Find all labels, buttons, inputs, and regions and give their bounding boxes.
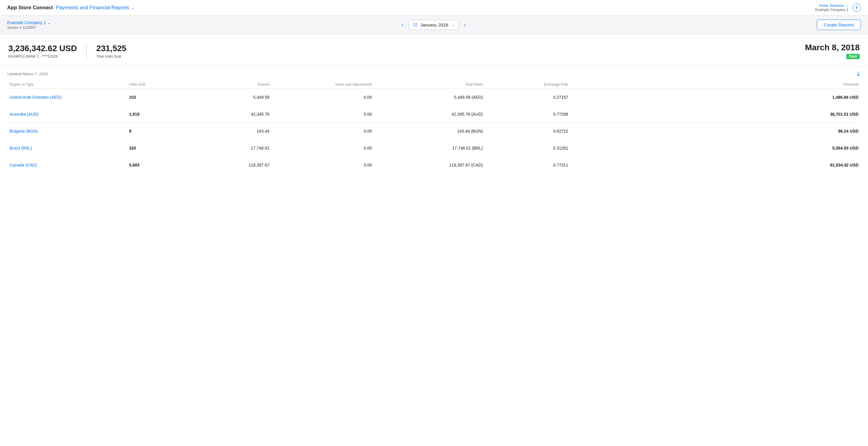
proceeds-cell: 1,486.66 USD	[775, 89, 861, 106]
total-owed-cell: 118,397.67 (CAD)	[374, 157, 485, 174]
bank-info: EXAMPLE BANK 1 - ****52329	[8, 55, 77, 59]
proceeds-cell: 96.24 USD	[775, 123, 861, 140]
col-header-spacer	[570, 80, 775, 89]
proceeds-cell: 36,701.51 USD	[775, 106, 861, 123]
top-nav-left: App Store Connect Payments and Financial…	[7, 5, 134, 11]
user-name[interactable]: Anne Johnson ⌄	[815, 3, 848, 8]
spacer-cell	[570, 123, 775, 140]
units-number: 231,525	[96, 44, 126, 53]
calendar-grid-icon: ☷	[413, 22, 417, 28]
summary-right: March 8, 2018 Paid	[805, 43, 860, 59]
units-sold: 231,525 Total Units Sold	[96, 44, 126, 59]
create-reports-button[interactable]: Create Reports	[817, 20, 861, 30]
vendor-number: Vendor # 1234567	[7, 26, 51, 30]
date-chevron-icon: ⌄	[451, 23, 454, 27]
region-cell[interactable]: Australia (AUD)	[7, 106, 127, 123]
col-header-earned: Earned	[195, 80, 272, 89]
summary-section: 3,236,342.62 USD EXAMPLE BANK 1 - ****52…	[0, 34, 868, 66]
table-row: United Arab Emirates (AED) 103 5,449.58 …	[7, 89, 861, 106]
prev-date-button[interactable]: ‹	[399, 21, 406, 29]
units-label: Total Units Sold	[96, 55, 126, 59]
col-header-owed: Total Owed	[374, 80, 485, 89]
spacer-cell	[570, 89, 775, 106]
exchange-rate-cell: 0.31281	[485, 140, 570, 157]
col-header-region: Region or Type	[7, 80, 127, 89]
earned-cell: 42,345.76	[195, 106, 272, 123]
units-cell: 9	[127, 123, 195, 140]
units-cell: 5,683	[127, 157, 195, 174]
sub-header: Example Company 1 ⌄ Vendor # 1234567 ‹ ☷…	[0, 15, 868, 34]
total-owed-cell: 143.44 (BGN)	[374, 123, 485, 140]
region-cell[interactable]: Canada (CAD)	[7, 157, 127, 174]
col-header-taxes: Taxes and Adjustments	[272, 80, 374, 89]
table-row: Canada (CAD) 5,683 118,397.67 0.00 118,3…	[7, 157, 861, 174]
taxes-cell: 0.00	[272, 106, 374, 123]
table-header-row: Region or Type Units Sold Earned Taxes a…	[7, 80, 861, 89]
user-info: Anne Johnson ⌄ Example Company 1	[815, 3, 848, 12]
company-chevron-icon: ⌄	[47, 20, 51, 25]
col-header-proceeds: Proceeds	[775, 80, 861, 89]
section-title[interactable]: Payments and Financial Reports ⌄	[56, 5, 134, 11]
payment-amount: 3,236,342.62 USD EXAMPLE BANK 1 - ****52…	[8, 44, 87, 59]
table-section: Updated March 7, 2018 ⤓ Region or Type U…	[0, 66, 868, 174]
total-owed-cell: 42,345.76 (AUD)	[374, 106, 485, 123]
taxes-cell: 0.00	[272, 140, 374, 157]
taxes-cell: 0.00	[272, 89, 374, 106]
user-chevron-icon: ⌄	[845, 3, 848, 8]
payment-amount-value: 3,236,342.62 USD	[8, 44, 77, 53]
table-meta: Updated March 7, 2018 ⤓	[7, 66, 861, 80]
region-cell[interactable]: United Arab Emirates (AED)	[7, 89, 127, 106]
taxes-cell: 0.00	[272, 157, 374, 174]
top-nav-right: Anne Johnson ⌄ Example Company 1 ?	[815, 3, 861, 12]
table-row: Brazil (BRL) 320 17,748.01 0.00 17,748.0…	[7, 140, 861, 157]
top-nav: App Store Connect Payments and Financial…	[0, 0, 868, 15]
col-header-rate: Exchange Rate	[485, 80, 570, 89]
total-owed-cell: 5,449.58 (AED)	[374, 89, 485, 106]
units-cell: 103	[127, 89, 195, 106]
date-selector[interactable]: ☷ January, 2018 ⌄	[409, 20, 459, 30]
units-cell: 320	[127, 140, 195, 157]
proceeds-cell: 5,564.93 USD	[775, 140, 861, 157]
earned-cell: 5,449.58	[195, 89, 272, 106]
section-chevron-icon: ⌄	[131, 6, 134, 10]
download-icon[interactable]: ⤓	[856, 70, 861, 77]
exchange-rate-cell: 0.77311	[485, 157, 570, 174]
user-company: Example Company 1	[815, 8, 848, 12]
earned-cell: 143.44	[195, 123, 272, 140]
earned-cell: 17,748.01	[195, 140, 272, 157]
paid-badge: Paid	[846, 54, 860, 59]
app-title: App Store Connect	[7, 5, 53, 11]
col-header-units: Units Sold	[127, 80, 195, 89]
spacer-cell	[570, 157, 775, 174]
region-cell[interactable]: Brazil (BRL)	[7, 140, 127, 157]
table-row: Bulgaria (BGN) 9 143.44 0.00 143.44 (BGN…	[7, 123, 861, 140]
data-table: Region or Type Units Sold Earned Taxes a…	[7, 80, 861, 174]
exchange-rate-cell: 0.62722	[485, 123, 570, 140]
units-cell: 1,919	[127, 106, 195, 123]
updated-text: Updated March 7, 2018	[7, 72, 48, 76]
summary-left: 3,236,342.62 USD EXAMPLE BANK 1 - ****52…	[8, 44, 126, 59]
spacer-cell	[570, 106, 775, 123]
exchange-rate-cell: 0.77298	[485, 106, 570, 123]
next-date-button[interactable]: ›	[462, 21, 468, 29]
vendor-info: Example Company 1 ⌄ Vendor # 1234567	[7, 20, 51, 30]
date-nav: ‹ ☷ January, 2018 ⌄ ›	[399, 20, 468, 30]
table-row: Australia (AUD) 1,919 42,345.76 0.00 42,…	[7, 106, 861, 123]
help-button[interactable]: ?	[852, 4, 861, 12]
proceeds-cell: 91,534.42 USD	[775, 157, 861, 174]
company-name[interactable]: Example Company 1 ⌄	[7, 20, 51, 25]
earned-cell: 118,397.67	[195, 157, 272, 174]
payment-date: March 8, 2018	[805, 43, 860, 52]
exchange-rate-cell: 0.27157	[485, 89, 570, 106]
date-label: January, 2018	[420, 22, 448, 27]
region-cell[interactable]: Bulgaria (BGN)	[7, 123, 127, 140]
spacer-cell	[570, 140, 775, 157]
taxes-cell: 0.00	[272, 123, 374, 140]
total-owed-cell: 17,748.01 (BRL)	[374, 140, 485, 157]
